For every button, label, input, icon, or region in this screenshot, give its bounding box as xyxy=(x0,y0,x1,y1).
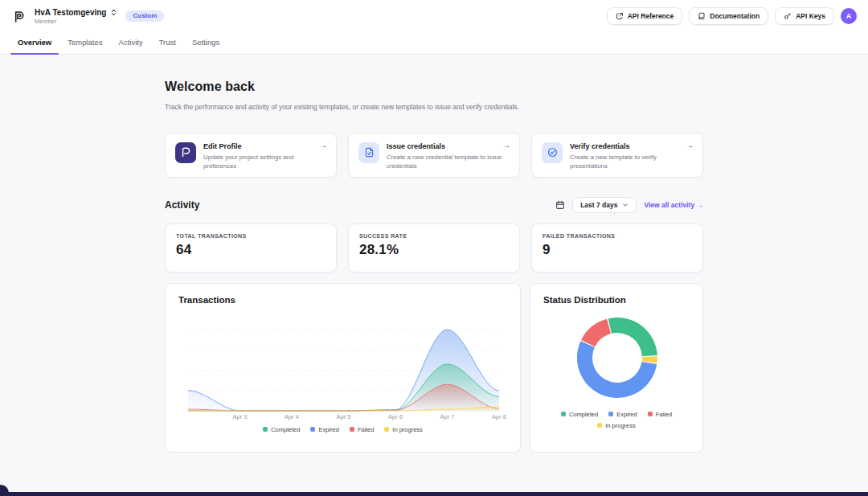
external-link-icon xyxy=(616,12,624,20)
updown-icon xyxy=(110,9,117,16)
arrow-right-icon: → xyxy=(502,141,510,150)
legend-label: Expired xyxy=(318,426,338,433)
legend-dot xyxy=(561,412,566,416)
status-distribution-donut-chart xyxy=(543,309,691,408)
legend-dot xyxy=(608,412,613,416)
tab-templates[interactable]: Templates xyxy=(59,32,110,54)
stat-value: 28.1% xyxy=(359,242,509,258)
stat-label: TOTAL TRANSACTIONS xyxy=(176,233,326,239)
workspace-switcher[interactable]: HvA Testomgeving Member xyxy=(35,8,117,25)
activity-title: Activity xyxy=(165,199,199,211)
card-text: Verify credentialsCreate a new template … xyxy=(570,142,693,168)
view-all-activity-link[interactable]: View all activity → xyxy=(644,201,703,209)
legend-label: Completed xyxy=(569,411,598,418)
document-check-icon xyxy=(358,142,379,163)
arrow-right-icon: → xyxy=(686,141,694,150)
arrow-right-icon: → xyxy=(319,141,327,150)
verify-credentials-card[interactable]: Verify credentialsCreate a new template … xyxy=(531,133,703,178)
calendar-icon xyxy=(555,200,565,210)
legend-label: In progress xyxy=(605,422,636,429)
book-icon xyxy=(698,12,706,20)
stat-label: FAILED TRANSACTIONS xyxy=(542,233,692,239)
legend-dot xyxy=(648,412,653,416)
status-distribution-title: Status Distribution xyxy=(543,295,690,305)
legend-dot xyxy=(310,427,315,432)
api-reference-button[interactable]: API Reference xyxy=(607,7,683,25)
legend-item-completed: Completed xyxy=(561,411,598,418)
topbar-actions: API ReferenceDocumentationAPI Keys A xyxy=(607,7,857,25)
stat-label: SUCCESS RATE xyxy=(359,233,509,239)
legend-label: Expired xyxy=(616,411,637,418)
tab-activity[interactable]: Activity xyxy=(111,32,151,54)
stat-card-failed-transactions: FAILED TRANSACTIONS9 xyxy=(531,223,703,273)
header-buttons: API ReferenceDocumentationAPI Keys xyxy=(607,7,834,25)
tab-trust[interactable]: Trust xyxy=(151,32,184,54)
button-label: API Keys xyxy=(796,12,825,20)
page-subtitle: Track the performance and activity of yo… xyxy=(165,103,703,111)
transactions-chart-legend: CompletedExpiredFailedIn progress xyxy=(178,426,507,433)
card-title: Issue credentials xyxy=(387,142,510,151)
card-text: Issue credentialsCreate a new credential… xyxy=(387,142,510,168)
svg-text:Apr 8: Apr 8 xyxy=(492,413,506,420)
issue-credentials-card[interactable]: Issue credentialsCreate a new credential… xyxy=(348,133,520,178)
tab-settings[interactable]: Settings xyxy=(184,32,227,54)
activity-header: Activity Last 7 days View all activity → xyxy=(165,197,703,213)
svg-text:Apr 3: Apr 3 xyxy=(233,413,248,420)
key-icon xyxy=(784,12,792,20)
paradym-logo-icon[interactable] xyxy=(11,8,27,24)
legend-label: Failed xyxy=(358,426,374,433)
workspace-role: Member xyxy=(35,18,117,25)
stat-card-success-rate: SUCCESS RATE28.1% xyxy=(348,223,520,273)
date-range-select[interactable]: Last 7 days xyxy=(572,197,637,213)
legend-item-completed: Completed xyxy=(263,426,300,433)
stats-row: TOTAL TRANSACTIONS64SUCCESS RATE28.1%FAI… xyxy=(165,223,703,273)
legend-item-in-progress: In progress xyxy=(597,422,636,429)
circle-check-icon xyxy=(542,142,563,163)
stat-value: 64 xyxy=(176,242,326,258)
bottom-bar xyxy=(0,492,868,496)
tab-overview[interactable]: Overview xyxy=(10,32,59,54)
svg-text:Apr 4: Apr 4 xyxy=(285,413,299,420)
status-distribution-legend: CompletedExpiredFailedIn progress xyxy=(543,411,690,429)
legend-item-expired: Expired xyxy=(608,411,637,418)
legend-item-failed: Failed xyxy=(648,411,672,418)
edit-profile-card[interactable]: Edit ProfileUpdate your project settings… xyxy=(165,133,337,178)
transactions-chart-title: Transactions xyxy=(178,295,507,305)
svg-text:Apr 5: Apr 5 xyxy=(337,413,351,420)
button-label: Documentation xyxy=(710,12,760,20)
avatar[interactable]: A xyxy=(841,8,857,24)
legend-dot xyxy=(384,427,389,432)
card-description: Update your project settings and prefere… xyxy=(203,153,326,171)
nav-tabs: OverviewTemplatesActivityTrustSettings xyxy=(0,32,868,55)
card-text: Edit ProfileUpdate your project settings… xyxy=(203,142,326,168)
legend-dot xyxy=(263,427,268,432)
top-bar: HvA Testomgeving Member Custom API Refer… xyxy=(0,0,868,32)
card-description: Create a new template to verify presenta… xyxy=(570,153,693,171)
date-range-value: Last 7 days xyxy=(580,201,617,209)
page-title: Welcome back xyxy=(165,80,703,94)
plan-badge: Custom xyxy=(125,10,164,22)
legend-dot xyxy=(597,423,602,428)
transactions-chart-card: Transactions Apr 3Apr 4Apr 5Apr 6Apr 7Ap… xyxy=(165,283,521,453)
legend-label: Failed xyxy=(656,411,672,418)
card-title: Verify credentials xyxy=(570,142,693,151)
api-keys-button[interactable]: API Keys xyxy=(775,7,834,25)
charts-row: Transactions Apr 3Apr 4Apr 5Apr 6Apr 7Ap… xyxy=(165,283,703,453)
card-description: Create a new credential template to issu… xyxy=(387,153,510,171)
legend-label: In progress xyxy=(392,426,423,433)
main-content: Welcome back Track the performance and a… xyxy=(165,80,703,453)
workspace-name: HvA Testomgeving xyxy=(35,8,106,17)
legend-item-failed: Failed xyxy=(350,426,374,433)
documentation-button[interactable]: Documentation xyxy=(689,7,768,25)
quick-actions: Edit ProfileUpdate your project settings… xyxy=(165,133,703,178)
stat-card-total-transactions: TOTAL TRANSACTIONS64 xyxy=(165,223,337,273)
transactions-area-chart: Apr 3Apr 4Apr 5Apr 6Apr 7Apr 8 xyxy=(178,318,509,422)
svg-text:Apr 6: Apr 6 xyxy=(388,413,403,420)
chevron-down-icon xyxy=(622,202,628,208)
status-distribution-card: Status Distribution CompletedExpiredFail… xyxy=(530,283,703,453)
card-title: Edit Profile xyxy=(203,142,326,151)
stat-value: 9 xyxy=(542,242,692,258)
legend-label: Completed xyxy=(271,426,300,433)
svg-text:Apr 7: Apr 7 xyxy=(440,413,455,420)
legend-item-in-progress: In progress xyxy=(384,426,423,433)
